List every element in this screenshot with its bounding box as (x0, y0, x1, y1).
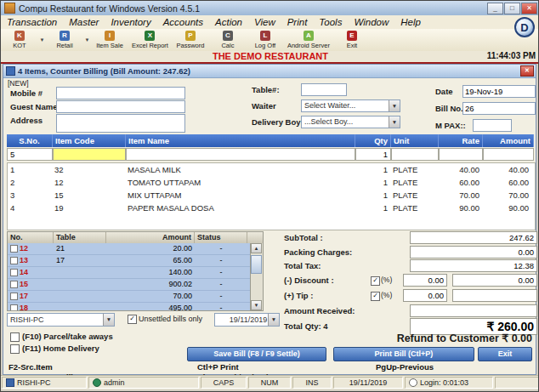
pending-date-input[interactable]: 19/11/2019 ▼ (214, 313, 280, 327)
logoff-button[interactable]: L Log Off (247, 29, 284, 51)
waiter-select[interactable]: Select Waiter... ▼ (301, 99, 400, 112)
scroll-down-icon[interactable]: ▼ (251, 300, 262, 310)
discount-percent-input[interactable] (403, 274, 447, 287)
scroll-thumb[interactable] (251, 255, 262, 274)
bill-checkbox[interactable] (10, 304, 18, 311)
item-sno: 1 (8, 163, 52, 176)
kot-dropdown-arrow-icon[interactable]: ▼ (38, 31, 46, 49)
exit-bill-button[interactable]: Exit (478, 347, 532, 361)
bill-checkbox[interactable] (10, 257, 18, 264)
mobile-input[interactable] (56, 87, 185, 99)
bill-checkbox[interactable] (10, 245, 18, 253)
excel-report-label: Excel Report (132, 42, 168, 49)
waiter-dropdown-arrow-icon[interactable]: ▼ (389, 100, 400, 111)
delivery-dropdown-arrow-icon[interactable]: ▼ (389, 116, 400, 128)
delivery-boy-select[interactable]: ...Select Boy... ▼ (301, 116, 400, 128)
status-bar: RISHI-PC admin CAPS NUM INS 19/11/2019 L… (1, 375, 539, 389)
retail-dropdown-arrow-icon[interactable]: ▼ (83, 31, 91, 49)
pending-table (54, 279, 106, 290)
menu-master[interactable]: Master (63, 17, 105, 27)
item-row[interactable]: 1 32 MASALA MILK 1 PLATE 40.00 40.00 (8, 163, 535, 176)
bill-checkbox[interactable] (10, 281, 18, 288)
f11-home-delivery-checkbox[interactable] (10, 344, 20, 354)
pending-row[interactable]: 13 17 65.00 - (8, 255, 263, 267)
tip-percent-checkbox[interactable]: ✓ (371, 292, 380, 301)
scroll-up-icon[interactable]: ▲ (251, 243, 262, 253)
pending-row[interactable]: 15 900.02 - (8, 279, 263, 291)
item-sale-button[interactable]: I Item Sale (91, 29, 128, 51)
tip-percent-input[interactable] (403, 289, 447, 302)
item-qty: 1 (355, 163, 390, 176)
pending-table (54, 303, 106, 311)
item-row[interactable]: 4 19 PAPER MASALA DOSA 1 PLATE 90.00 90.… (8, 202, 535, 214)
entry-qty-input[interactable] (355, 148, 391, 161)
pending-header-no: No. (8, 232, 54, 243)
pending-scrollbar[interactable]: ▲ ▼ (250, 243, 263, 310)
item-name: MASALA MILK (125, 163, 355, 176)
bill-checkbox[interactable] (10, 269, 18, 276)
tax-label: Total Tax: (284, 261, 321, 270)
menu-view[interactable]: View (248, 17, 281, 27)
maximize-button[interactable]: □ (504, 3, 520, 14)
bill-checkbox[interactable] (10, 293, 18, 300)
password-button[interactable]: P Password (172, 29, 209, 51)
pending-no: 15 (20, 280, 28, 288)
entry-item-name-input[interactable] (126, 148, 355, 161)
amount-received-input[interactable] (410, 304, 537, 317)
tip-amount-input[interactable] (452, 289, 537, 302)
item-sno: 4 (8, 202, 52, 214)
pending-no: 13 (20, 256, 28, 264)
calc-button[interactable]: C Calc (209, 29, 247, 51)
waiter-label: Waiter (252, 101, 276, 111)
computer-dropdown-arrow-icon[interactable]: ▼ (103, 314, 114, 326)
minimize-button[interactable]: _ (487, 3, 503, 14)
f11-home-delivery-label: (F11) Home Delivery (22, 344, 99, 353)
exit-button-toolbar[interactable]: E Exit (333, 29, 371, 51)
print-bill-button[interactable]: Print Bill (Ctl+P) (333, 347, 474, 361)
pending-row[interactable]: 17 70.00 - (8, 291, 263, 303)
item-unit: PLATE (390, 176, 438, 189)
unsettled-checkbox[interactable]: ✓ (128, 315, 137, 324)
menu-print[interactable]: Print (281, 17, 314, 27)
status-caps: CAPS (201, 377, 247, 389)
guest-label: Guest Name (10, 102, 57, 111)
item-amount: 90.00 (482, 202, 531, 214)
pending-row[interactable]: 12 21 20.00 - (8, 243, 263, 255)
pending-row[interactable]: 18 495.00 - (8, 303, 263, 311)
menu-transaction[interactable]: Transaction (1, 17, 63, 27)
date-input[interactable] (462, 85, 536, 98)
save-bill-button[interactable]: Save Bill (F8 / F9 Settle) (187, 347, 326, 361)
item-row[interactable]: 3 15 MIX UTTAPAM 1 PLATE 70.00 70.00 (8, 189, 535, 202)
item-code: 32 (52, 163, 125, 176)
billing-close-button[interactable]: ✕ (520, 65, 534, 77)
menu-action[interactable]: Action (209, 17, 248, 27)
pax-input[interactable] (473, 119, 512, 132)
android-server-button[interactable]: A Android Server (284, 29, 333, 51)
retail-button[interactable]: R Retail (46, 29, 83, 51)
bill-no-input[interactable] (462, 102, 536, 115)
entry-item-code-input[interactable] (53, 148, 126, 161)
pending-amount: 70.00 (106, 291, 195, 302)
table-input[interactable] (301, 83, 347, 96)
date-spinner-icon[interactable]: ▼ (268, 314, 279, 326)
discount-amount-input[interactable] (452, 274, 537, 287)
menu-accounts[interactable]: Accounts (157, 17, 209, 27)
menu-window[interactable]: Window (348, 17, 394, 27)
excel-report-button[interactable]: X Excel Report (128, 29, 172, 51)
item-sale-label: Item Sale (96, 42, 123, 49)
hint-ctlp: Ctl+P Print (197, 362, 239, 372)
menu-tools[interactable]: Tools (313, 17, 348, 27)
item-row[interactable]: 2 12 TOMATO UTTAPAM 1 PLATE 60.00 60.00 (8, 176, 535, 189)
discount-percent-checkbox[interactable]: ✓ (371, 276, 380, 286)
kot-button[interactable]: K KOT (1, 29, 38, 51)
close-button[interactable]: ✕ (521, 3, 537, 14)
date-label: Date (435, 87, 453, 96)
address-input[interactable] (56, 114, 185, 133)
pending-row[interactable]: 14 140.00 - (8, 267, 263, 279)
guest-name-input[interactable] (56, 100, 185, 113)
computer-select[interactable]: RISHI-PC ▼ (7, 313, 115, 327)
f10-parcel-checkbox[interactable] (10, 332, 20, 342)
menu-help[interactable]: Help (394, 17, 427, 27)
menu-inventory[interactable]: Inventory (105, 17, 156, 27)
status-ins: INS (292, 377, 332, 389)
